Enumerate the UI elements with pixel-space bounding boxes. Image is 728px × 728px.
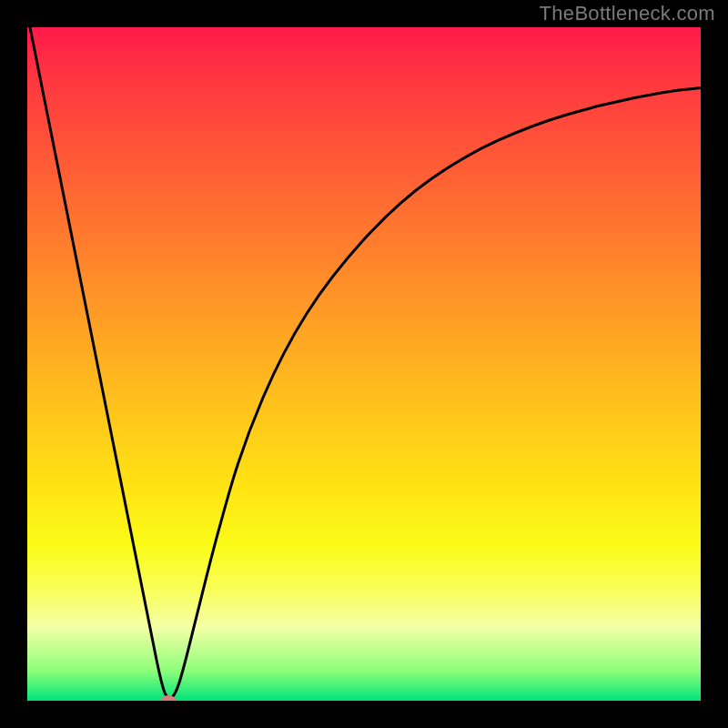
chart-frame: TheBottleneck.com — [0, 0, 728, 728]
bottleneck-curve — [27, 27, 701, 701]
plot-area — [27, 27, 701, 701]
watermark-text: TheBottleneck.com — [540, 2, 715, 25]
minimum-point-marker — [161, 695, 177, 701]
